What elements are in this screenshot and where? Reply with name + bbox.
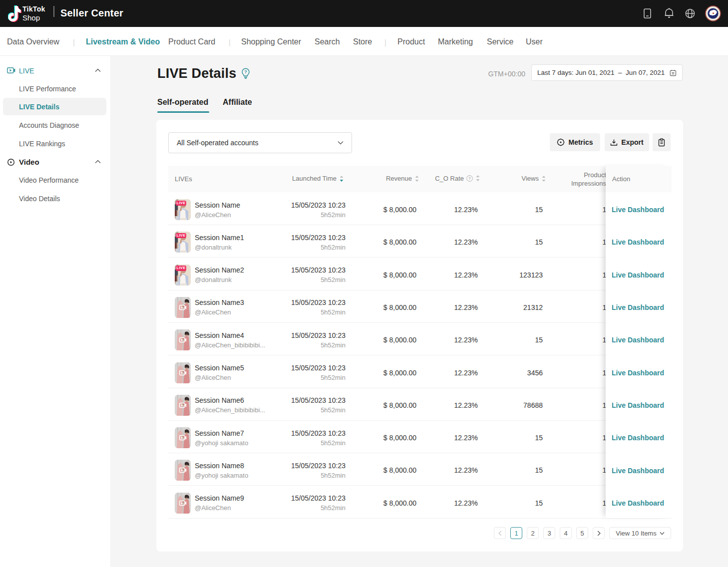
svg-text:?: ? xyxy=(468,176,471,181)
svg-text:?: ? xyxy=(244,69,247,74)
